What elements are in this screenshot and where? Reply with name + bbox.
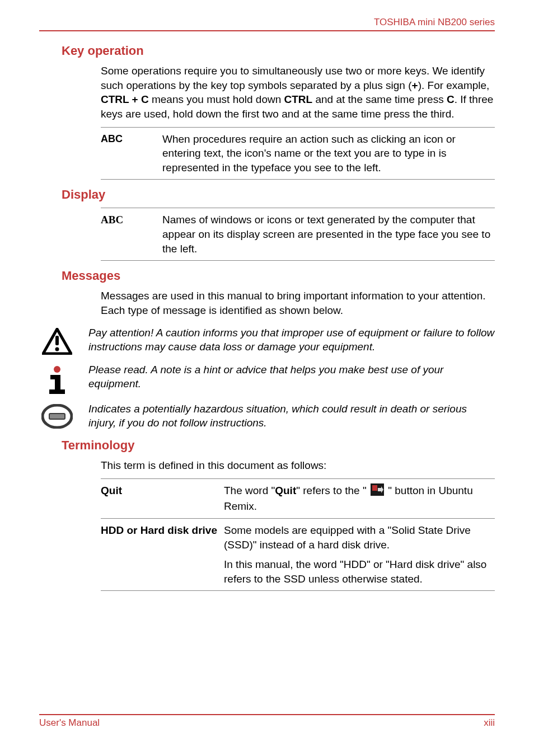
display-table: ABC Names of windows or icons or text ge… bbox=[101, 208, 495, 261]
svg-rect-8 bbox=[49, 414, 65, 419]
terminology-intro: This term is defined in this document as… bbox=[39, 458, 495, 473]
page-header: TOSHIBA mini NB200 series bbox=[39, 17, 495, 31]
section-title-key-operation: Key operation bbox=[39, 44, 495, 58]
term-quit-val: The word "Quit" refers to the " " button… bbox=[224, 478, 495, 518]
svg-rect-5 bbox=[55, 375, 60, 389]
key-operation-intro: Some operations require you to simultane… bbox=[39, 64, 495, 121]
key-operation-typeface-desc: When procedures require an action such a… bbox=[162, 132, 495, 175]
footer-right: xiii bbox=[484, 717, 495, 729]
svg-point-3 bbox=[54, 366, 60, 373]
warning-row: Indicates a potentially hazardous situat… bbox=[39, 402, 495, 430]
section-title-terminology: Terminology bbox=[39, 438, 495, 453]
display-typeface: ABC bbox=[101, 213, 146, 226]
note-text: Please read. A note is a hint or advice … bbox=[88, 363, 495, 391]
term-hdd-val: Some models are equipped with a "Solid S… bbox=[224, 518, 495, 591]
term-quit-key: Quit bbox=[101, 478, 224, 518]
svg-rect-6 bbox=[49, 389, 65, 394]
svg-rect-1 bbox=[55, 336, 59, 345]
section-title-messages: Messages bbox=[39, 269, 495, 283]
terminology-table: Quit The word "Quit" refers to the " " b… bbox=[101, 478, 495, 591]
section-title-display: Display bbox=[39, 187, 495, 202]
table-row: Quit The word "Quit" refers to the " " b… bbox=[101, 478, 495, 518]
warning-icon bbox=[39, 402, 75, 429]
warning-text: Indicates a potentially hazardous situat… bbox=[88, 402, 495, 430]
table-row: HDD or Hard disk drive Some models are e… bbox=[101, 518, 495, 591]
series-name: TOSHIBA mini NB200 series bbox=[374, 17, 495, 27]
caution-icon bbox=[39, 326, 75, 355]
note-row: Please read. A note is a hint or advice … bbox=[39, 363, 495, 394]
term-hdd-key: HDD or Hard disk drive bbox=[101, 518, 224, 591]
note-icon bbox=[39, 363, 75, 394]
display-typeface-desc: Names of windows or icons or text genera… bbox=[162, 213, 495, 256]
key-operation-table: ABC When procedures require an action su… bbox=[101, 127, 495, 180]
messages-intro: Messages are used in this manual to brin… bbox=[39, 289, 495, 317]
svg-point-2 bbox=[55, 347, 59, 351]
caution-text: Pay attention! A caution informs you tha… bbox=[88, 326, 495, 354]
page-footer: User's Manual xiii bbox=[39, 714, 495, 729]
svg-rect-10 bbox=[372, 485, 377, 491]
quit-button-icon bbox=[371, 483, 384, 500]
footer-left: User's Manual bbox=[39, 717, 100, 729]
caution-row: Pay attention! A caution informs you tha… bbox=[39, 326, 495, 355]
key-operation-typeface: ABC bbox=[101, 132, 146, 145]
